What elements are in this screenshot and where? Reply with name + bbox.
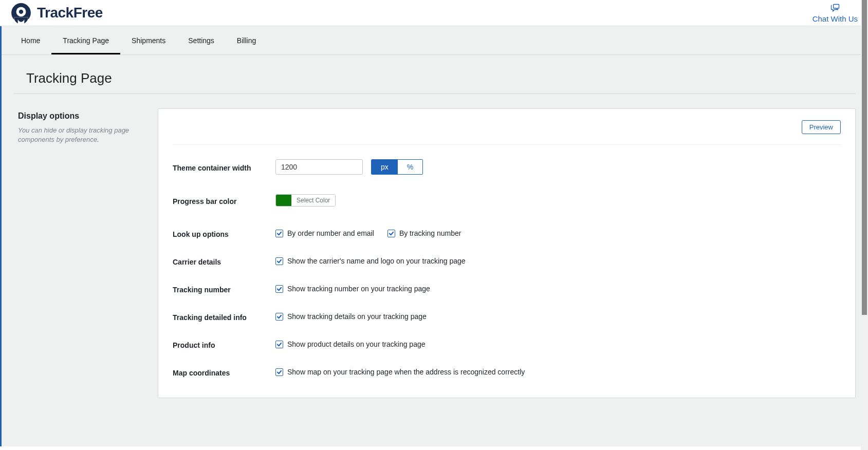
row-tracking-detail: Tracking detailed info Show tracking det… [173, 294, 841, 322]
check-icon [276, 342, 282, 347]
check-icon [276, 369, 282, 375]
brand[interactable]: TrackFree [10, 2, 103, 24]
section-heading: Display options [18, 111, 147, 121]
svg-point-2 [19, 10, 23, 14]
checkbox-label-product-info: Show product details on your tracking pa… [287, 340, 426, 348]
select-color-label: Select Color [291, 195, 335, 206]
theme-width-input[interactable] [275, 159, 363, 175]
checkbox-order-email[interactable] [275, 230, 283, 237]
checkbox-tracking-number[interactable] [275, 285, 283, 293]
check-icon [276, 231, 282, 236]
brand-name: TrackFree [37, 5, 103, 21]
label-progress-color: Progress bar color [173, 195, 275, 205]
checkbox-label-tracking-detail: Show tracking details on your tracking p… [287, 312, 427, 321]
label-theme-width: Theme container width [173, 162, 275, 172]
tab-shipments[interactable]: Shipments [120, 26, 177, 54]
page-body: Home Tracking Page Shipments Settings Bi… [0, 26, 868, 446]
unit-toggle: px % [371, 159, 423, 175]
row-carrier: Carrier details Show the carrier's name … [173, 238, 841, 266]
row-progress-color: Progress bar color Select Color [173, 175, 841, 207]
row-tracking-number: Tracking number Show tracking number on … [173, 266, 841, 294]
label-carrier: Carrier details [173, 256, 275, 266]
checkbox-carrier[interactable] [275, 257, 283, 265]
row-map: Map coordinates Show map on your trackin… [173, 349, 841, 377]
checkbox-label-tracking-number-lookup: By tracking number [399, 229, 461, 237]
scrollbar-thumb[interactable] [862, 0, 867, 315]
chat-with-us-link[interactable]: Chat With Us [812, 3, 858, 23]
page-title-bar: Tracking Page [14, 55, 856, 94]
checkbox-label-carrier: Show the carrier's name and logo on your… [287, 257, 466, 265]
row-theme-width: Theme container width px % [173, 145, 841, 175]
label-lookup: Look up options [173, 228, 275, 238]
checkbox-tracking-number-lookup[interactable] [387, 230, 395, 237]
color-swatch [276, 195, 291, 206]
label-map: Map coordinates [173, 367, 275, 377]
color-picker[interactable]: Select Color [275, 194, 336, 207]
checkbox-product-info[interactable] [275, 341, 283, 348]
content-row: Display options You can hide or display … [2, 94, 868, 398]
panel-top: Preview [173, 120, 841, 145]
check-icon [276, 314, 282, 320]
tab-home[interactable]: Home [10, 26, 51, 54]
tab-settings[interactable]: Settings [177, 26, 226, 54]
label-tracking-detail: Tracking detailed info [173, 311, 275, 322]
chat-icon [830, 3, 840, 13]
section-description: You can hide or display tracking page co… [18, 126, 147, 144]
label-tracking-number: Tracking number [173, 284, 275, 294]
tab-tracking-page[interactable]: Tracking Page [51, 26, 120, 54]
row-product-info: Product info Show product details on you… [173, 322, 841, 349]
tab-billing[interactable]: Billing [226, 26, 267, 54]
checkbox-label-map: Show map on your tracking page when the … [287, 368, 525, 376]
settings-panel: Preview Theme container width px % [158, 108, 856, 398]
unit-percent-button[interactable]: % [398, 160, 422, 174]
preview-button[interactable]: Preview [802, 120, 841, 134]
side-column: Display options You can hide or display … [14, 108, 147, 144]
checkbox-label-tracking-number: Show tracking number on your tracking pa… [287, 285, 430, 293]
checkbox-map[interactable] [275, 368, 283, 376]
label-product-info: Product info [173, 339, 275, 349]
top-bar: TrackFree Chat With Us [0, 0, 868, 26]
unit-px-button[interactable]: px [372, 160, 398, 174]
check-icon [389, 231, 394, 236]
check-icon [276, 258, 282, 264]
nav-tabs: Home Tracking Page Shipments Settings Bi… [2, 26, 868, 55]
brand-icon [10, 2, 32, 24]
row-lookup: Look up options By order number and emai… [173, 207, 841, 238]
checkbox-label-order-email: By order number and email [287, 229, 374, 237]
app-root: TrackFree Chat With Us Home Tracking Pag… [0, 0, 868, 446]
page-title: Tracking Page [26, 70, 843, 86]
checkbox-tracking-detail[interactable] [275, 313, 283, 321]
check-icon [276, 286, 282, 292]
chat-label: Chat With Us [812, 14, 858, 23]
scrollbar[interactable] [861, 0, 868, 446]
